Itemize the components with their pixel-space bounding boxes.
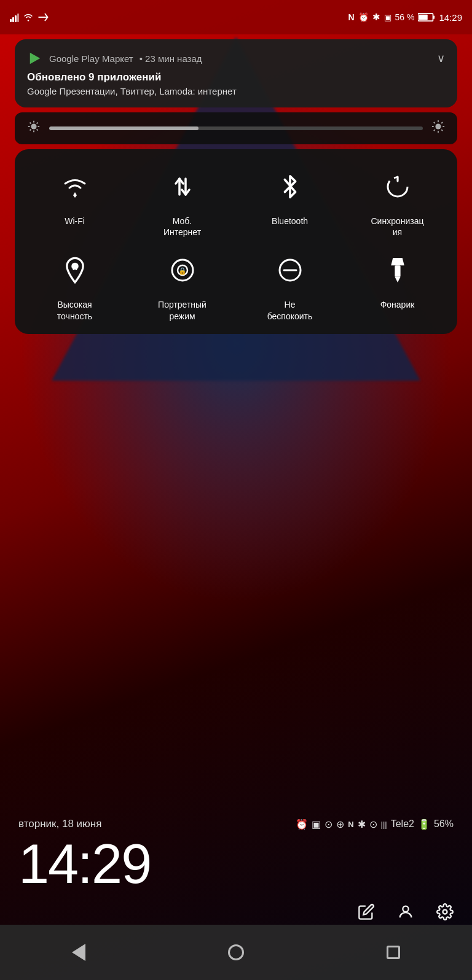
dnd-toggle-icon bbox=[276, 256, 304, 284]
svg-point-32 bbox=[403, 906, 408, 912]
sync-label: Синхронизац ия bbox=[371, 216, 423, 238]
svg-point-12 bbox=[435, 123, 441, 129]
bluetooth-status-icon: ✱ bbox=[372, 12, 380, 23]
location-label: Высокая точность bbox=[57, 299, 92, 321]
nav-recents-button[interactable] bbox=[369, 937, 418, 968]
status-bar-left bbox=[10, 12, 49, 22]
person-icon[interactable] bbox=[397, 903, 414, 925]
portrait-toggle-icon: 🔒 bbox=[168, 256, 197, 284]
date-text: вторник, 18 июня bbox=[18, 818, 101, 830]
toggle-wifi[interactable]: Wi-Fi bbox=[21, 166, 128, 238]
svg-text:🔒: 🔒 bbox=[178, 266, 187, 275]
date-icons-row: вторник, 18 июня ⏰ ▣ ⊙ ⊕ N ✱ ⊙ ||| Tele2… bbox=[18, 818, 454, 830]
dnd-label: Не беспокоить bbox=[267, 299, 313, 321]
portrait-label: Портретный режим bbox=[158, 299, 206, 321]
lock-time-display: 14:29 bbox=[18, 833, 454, 896]
sync-toggle-icon bbox=[384, 173, 412, 201]
flashlight-label: Фонарик bbox=[380, 299, 415, 310]
lock-nfc-icon: N bbox=[348, 820, 353, 829]
navigation-bar bbox=[0, 925, 472, 980]
arrow-icon bbox=[37, 12, 49, 22]
edit-icon[interactable] bbox=[358, 903, 375, 925]
svg-line-18 bbox=[441, 130, 442, 131]
bluetooth-toggle-icon bbox=[278, 173, 302, 201]
brightness-high-icon bbox=[431, 120, 445, 137]
lockscreen-actions bbox=[18, 903, 454, 925]
bluetooth-label: Bluetooth bbox=[272, 216, 308, 227]
settings-icon[interactable] bbox=[436, 903, 454, 925]
portrait-icon-wrap: 🔒 bbox=[162, 250, 203, 290]
location-icon-wrap: H bbox=[55, 250, 95, 290]
wifi-label: Wi-Fi bbox=[65, 216, 85, 227]
dnd-icon-wrap bbox=[270, 250, 310, 290]
toggle-location[interactable]: H Высокая точность bbox=[21, 250, 128, 321]
svg-rect-2 bbox=[419, 15, 428, 20]
brightness-track[interactable] bbox=[49, 126, 423, 130]
svg-line-8 bbox=[30, 122, 31, 123]
lock-battery-pct: 56% bbox=[434, 819, 454, 830]
toggles-row-2: H Высокая точность 🔒 Портретный режим bbox=[21, 250, 451, 321]
notification-body: Google Презентации, Твиттер, Lamoda: инт… bbox=[27, 86, 445, 96]
notification-header: Google Play Маркет • 23 мин назад ∨ bbox=[27, 50, 445, 66]
notification-panel: Google Play Маркет • 23 мин назад ∨ Обно… bbox=[0, 34, 472, 336]
toggle-mobile-data[interactable]: Моб. Интернет bbox=[128, 166, 236, 238]
notification-title: Обновлено 9 приложений bbox=[27, 71, 445, 84]
mobile-data-icon-wrap bbox=[162, 166, 203, 207]
lockscreen-bottom: вторник, 18 июня ⏰ ▣ ⊙ ⊕ N ✱ ⊙ ||| Tele2… bbox=[0, 818, 472, 925]
svg-marker-29 bbox=[391, 258, 404, 265]
location-toggle-icon: H bbox=[63, 256, 87, 284]
battery-icon bbox=[418, 13, 435, 21]
battery-text: 56 % bbox=[395, 12, 415, 22]
toggle-flashlight[interactable]: Фонарик bbox=[344, 250, 451, 321]
recents-icon bbox=[387, 946, 400, 959]
toggle-bluetooth[interactable]: Bluetooth bbox=[236, 166, 344, 238]
wifi-toggle-icon bbox=[61, 175, 89, 198]
toggles-row-1: Wi-Fi Моб. Интернет bbox=[21, 166, 451, 238]
toggle-dnd[interactable]: Не беспокоить bbox=[236, 250, 344, 321]
toggle-portrait[interactable]: 🔒 Портретный режим bbox=[128, 250, 236, 321]
time-status: 14:29 bbox=[439, 12, 462, 23]
mobile-data-icon bbox=[168, 173, 197, 201]
lock-alarm-icon: ⏰ bbox=[296, 819, 308, 830]
mobile-data-label: Моб. Интернет bbox=[163, 216, 201, 238]
status-bar: N ⏰ ✱ ▣ 56 % 14:29 bbox=[0, 0, 472, 34]
wifi-status-icon bbox=[23, 13, 34, 21]
notification-app-name: Google Play Маркет bbox=[49, 53, 133, 64]
svg-line-9 bbox=[37, 130, 38, 131]
back-icon bbox=[72, 944, 85, 961]
svg-point-3 bbox=[31, 123, 36, 129]
lockscreen-status-icons: ⏰ ▣ ⊙ ⊕ N ✱ ⊙ ||| Tele2 🔋 56% bbox=[296, 819, 454, 830]
svg-line-11 bbox=[37, 122, 38, 123]
notification-chevron[interactable]: ∨ bbox=[437, 52, 445, 65]
nav-home-button[interactable] bbox=[211, 937, 261, 968]
notification-time: • 23 мин назад bbox=[140, 53, 202, 64]
svg-point-33 bbox=[443, 910, 447, 914]
home-icon bbox=[228, 944, 244, 960]
sim-icon: ▣ bbox=[384, 13, 391, 22]
nav-back-button[interactable] bbox=[54, 937, 103, 968]
quick-toggles-panel: Wi-Fi Моб. Интернет bbox=[15, 149, 457, 334]
svg-line-10 bbox=[30, 130, 31, 131]
lock-battery-icon: 🔋 bbox=[418, 819, 430, 830]
svg-line-17 bbox=[434, 122, 435, 123]
brightness-low-icon bbox=[27, 120, 41, 137]
lock-wifi-icon: ⊙ bbox=[369, 819, 377, 830]
alarm-icon: ⏰ bbox=[358, 12, 369, 22]
nfc-icon: N bbox=[348, 12, 354, 22]
notification-card[interactable]: Google Play Маркет • 23 мин назад ∨ Обно… bbox=[15, 39, 457, 107]
signal-icon bbox=[10, 12, 19, 22]
brightness-slider-area[interactable] bbox=[15, 112, 457, 144]
svg-line-19 bbox=[434, 130, 435, 131]
bluetooth-icon-wrap bbox=[270, 166, 310, 207]
toggle-sync[interactable]: Синхронизац ия bbox=[344, 166, 451, 238]
brightness-fill bbox=[49, 126, 199, 130]
svg-marker-31 bbox=[395, 277, 400, 282]
svg-rect-1 bbox=[433, 15, 435, 18]
svg-line-20 bbox=[441, 122, 442, 123]
lock-ring-icon: ⊙ bbox=[324, 819, 332, 830]
notif-header-left: Google Play Маркет • 23 мин назад bbox=[27, 50, 202, 66]
wifi-icon-wrap bbox=[55, 166, 95, 207]
flashlight-icon-wrap bbox=[377, 250, 418, 290]
lock-sig-icon: ||| bbox=[381, 820, 387, 829]
svg-rect-30 bbox=[395, 266, 400, 277]
